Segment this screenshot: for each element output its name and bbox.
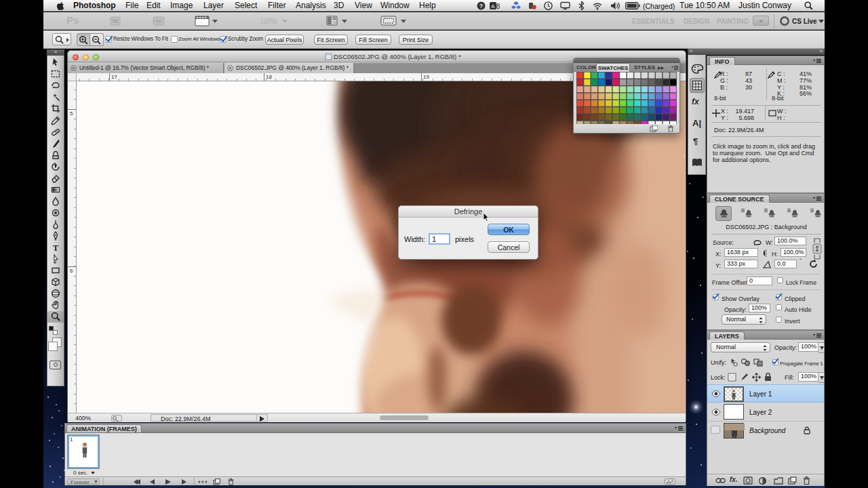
svg-text:Mb: Mb [155,19,162,24]
svg-text:A: A [491,3,495,9]
svg-text:T: T [53,243,59,252]
svg-text:?: ? [479,3,484,9]
svg-text:8: 8 [496,3,500,10]
